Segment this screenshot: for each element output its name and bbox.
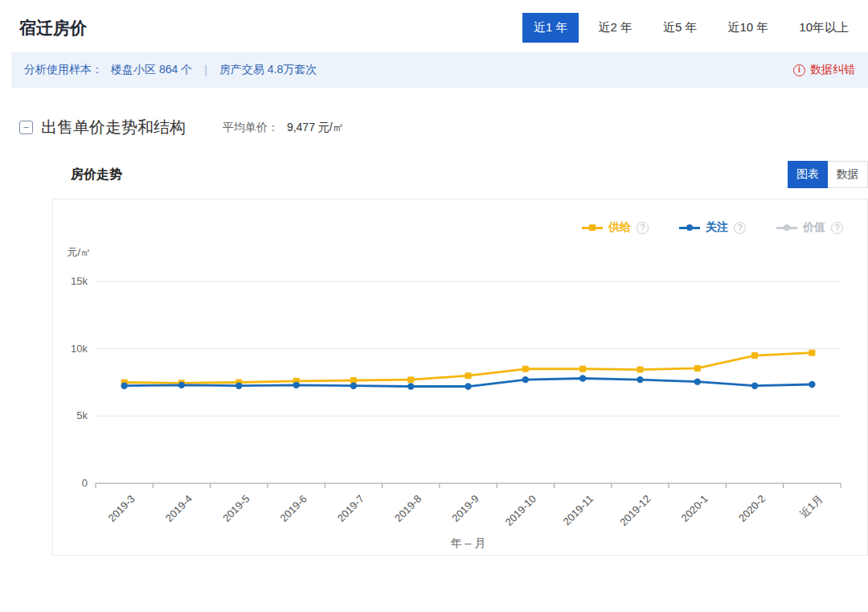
svg-text:2019-5: 2019-5 [220,493,252,524]
svg-text:5k: 5k [76,409,88,421]
legend-item-value[interactable]: 价值 ? [776,220,843,235]
chart-legend: 供给 ? 关注 ? 价值 ? [53,211,867,238]
legend-label-supply: 供给 [608,220,631,235]
tab-2-years[interactable]: 近2 年 [587,13,644,43]
average-price-label: 平均单价： [223,121,279,133]
data-correction-link[interactable]: i 数据纠错 [793,63,855,77]
toggle-chart-button[interactable]: 图表 [788,161,828,188]
chart-toolbar: 房价走势 图表 数据 [52,161,868,188]
chart-data-toggle: 图表 数据 [788,161,868,188]
svg-text:2019-4: 2019-4 [163,493,194,524]
sample-info: 分析使用样本： 楼盘小区 864 个 ｜ 房产交易 4.8万套次 [24,63,317,77]
price-trend-chart: 05k10k15k元/㎡2019-32019-42019-52019-62019… [53,238,867,555]
svg-text:年 – 月: 年 – 月 [451,536,486,549]
sample-label: 分析使用样本： [24,63,103,77]
section-header: − 出售单价走势和结构 平均单价： 9,477 元/㎡ [19,117,868,138]
average-price-value: 9,477 元/㎡ [287,121,344,133]
svg-text:近1月: 近1月 [797,493,825,520]
transaction-count: 房产交易 4.8万套次 [219,63,317,77]
data-correction-label: 数据纠错 [810,63,855,77]
tab-5-years[interactable]: 近5 年 [652,13,709,43]
help-icon[interactable]: ? [637,222,649,234]
svg-text:2019-11: 2019-11 [561,493,596,528]
legend-label-value: 价值 [803,220,825,235]
tab-1-year[interactable]: 近1 年 [522,13,579,43]
sample-count: 楼盘小区 864 个 [111,63,192,77]
legend-item-focus[interactable]: 关注 ? [679,220,746,235]
svg-text:0: 0 [82,477,88,489]
section-title: 出售单价走势和结构 [41,117,186,138]
legend-label-focus: 关注 [706,220,728,235]
sample-info-bar: 分析使用样本： 楼盘小区 864 个 ｜ 房产交易 4.8万套次 i 数据纠错 [11,52,868,88]
tab-over-10-years[interactable]: 10年以上 [788,13,860,43]
price-trend-section: 房价走势 图表 数据 供给 ? 关注 ? [52,161,868,556]
svg-text:15k: 15k [71,275,88,287]
svg-text:元/㎡: 元/㎡ [67,246,91,258]
svg-text:2019-9: 2019-9 [449,493,481,524]
svg-text:2019-6: 2019-6 [277,493,309,524]
help-icon[interactable]: ? [734,222,746,234]
time-range-tabs: 近1 年 近2 年 近5 年 近10 年 10年以上 [522,13,860,43]
divider: ｜ [200,63,211,77]
svg-text:2020-1: 2020-1 [679,493,710,524]
info-circle-icon: i [793,64,805,76]
svg-text:2020-2: 2020-2 [736,493,768,524]
chart-title: 房价走势 [71,166,122,183]
chart-container: 供给 ? 关注 ? 价值 ? 05k10k15k元/㎡2019-32019-42… [52,199,868,556]
svg-text:2019-10: 2019-10 [503,493,538,528]
svg-text:2019-8: 2019-8 [392,493,424,524]
average-price: 平均单价： 9,477 元/㎡ [223,121,344,135]
value-series-marker-icon [776,224,797,232]
svg-text:2019-7: 2019-7 [335,493,366,524]
focus-series-marker-icon [679,224,700,232]
page-header: 宿迁房价 近1 年 近2 年 近5 年 近10 年 10年以上 [0,0,868,52]
svg-text:10k: 10k [71,343,88,355]
supply-series-marker-icon [582,224,603,232]
toggle-data-button[interactable]: 数据 [828,161,868,188]
svg-text:2019-12: 2019-12 [617,493,653,528]
help-icon[interactable]: ? [831,222,843,234]
page-title: 宿迁房价 [19,17,87,39]
collapse-icon[interactable]: − [19,121,33,134]
tab-10-years[interactable]: 近10 年 [716,13,780,43]
legend-item-supply[interactable]: 供给 ? [582,220,649,235]
svg-text:2019-3: 2019-3 [106,493,137,524]
